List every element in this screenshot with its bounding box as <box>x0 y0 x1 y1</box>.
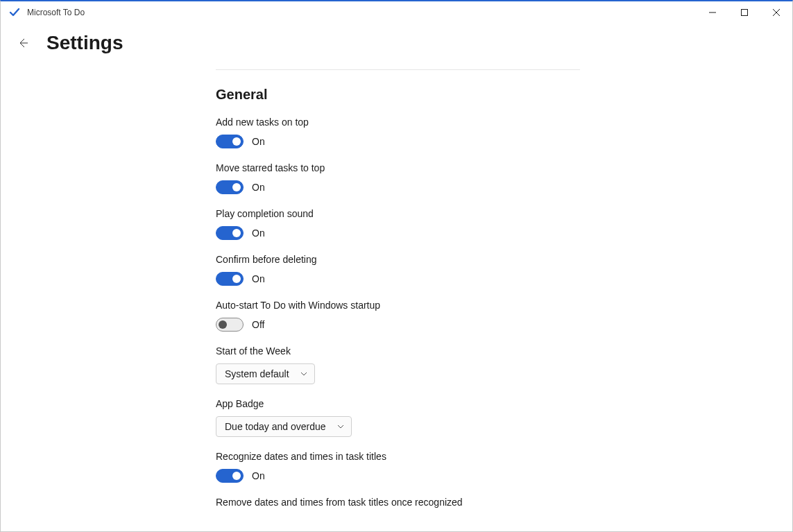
setting-label: Recognize dates and times in task titles <box>216 451 604 462</box>
setting-label: Add new tasks on top <box>216 117 604 128</box>
app-icon <box>9 7 20 18</box>
toggle-state: On <box>252 273 265 284</box>
svg-rect-1 <box>742 10 748 16</box>
window-minimize-button[interactable] <box>697 1 728 24</box>
setting-add-tasks-on-top: Add new tasks on top On <box>216 117 604 148</box>
toggle-recognize-dates[interactable] <box>216 469 244 483</box>
setting-label: Auto-start To Do with Windows startup <box>216 300 604 311</box>
setting-confirm-before-deleting: Confirm before deleting On <box>216 254 604 286</box>
section-title-general: General <box>216 87 604 103</box>
section-divider <box>216 69 580 70</box>
page-title: Settings <box>46 32 123 54</box>
setting-recognize-dates: Recognize dates and times in task titles… <box>216 451 604 483</box>
setting-label: Move starred tasks to top <box>216 162 604 173</box>
setting-label: Play completion sound <box>216 208 604 219</box>
setting-auto-start: Auto-start To Do with Windows startup Of… <box>216 300 604 332</box>
setting-move-starred-top: Move starred tasks to top On <box>216 162 604 194</box>
toggle-add-tasks-on-top[interactable] <box>216 135 244 148</box>
setting-start-of-week: Start of the Week System default <box>216 345 604 384</box>
content-scroll[interactable]: General Add new tasks on top On Move sta… <box>1 62 788 527</box>
dropdown-value: System default <box>225 368 289 379</box>
setting-label: Confirm before deleting <box>216 254 604 265</box>
toggle-state: On <box>252 182 265 193</box>
window-titlebar: Microsoft To Do <box>1 1 792 24</box>
dropdown-start-of-week[interactable]: System default <box>216 363 315 384</box>
dropdown-value: Due today and overdue <box>225 421 326 432</box>
toggle-state: On <box>252 228 265 239</box>
toggle-auto-start[interactable] <box>216 318 244 332</box>
back-button[interactable] <box>13 33 33 53</box>
setting-remove-dates: Remove dates and times from task titles … <box>216 497 604 508</box>
toggle-state: On <box>252 136 265 147</box>
chevron-down-icon <box>300 368 307 379</box>
setting-label: Remove dates and times from task titles … <box>216 497 604 508</box>
setting-label: App Badge <box>216 398 604 409</box>
page-header: Settings <box>1 24 792 62</box>
toggle-play-completion-sound[interactable] <box>216 226 244 240</box>
toggle-confirm-before-deleting[interactable] <box>216 272 244 286</box>
dropdown-app-badge[interactable]: Due today and overdue <box>216 416 352 437</box>
toggle-state: On <box>252 470 265 481</box>
setting-play-completion-sound: Play completion sound On <box>216 208 604 240</box>
window-title: Microsoft To Do <box>27 8 85 17</box>
toggle-state: Off <box>252 319 264 330</box>
toggle-move-starred-top[interactable] <box>216 180 244 194</box>
setting-label: Start of the Week <box>216 345 604 357</box>
chevron-down-icon <box>337 421 344 432</box>
window-maximize-button[interactable] <box>728 1 760 24</box>
window-close-button[interactable] <box>760 1 792 24</box>
setting-app-badge: App Badge Due today and overdue <box>216 398 604 437</box>
